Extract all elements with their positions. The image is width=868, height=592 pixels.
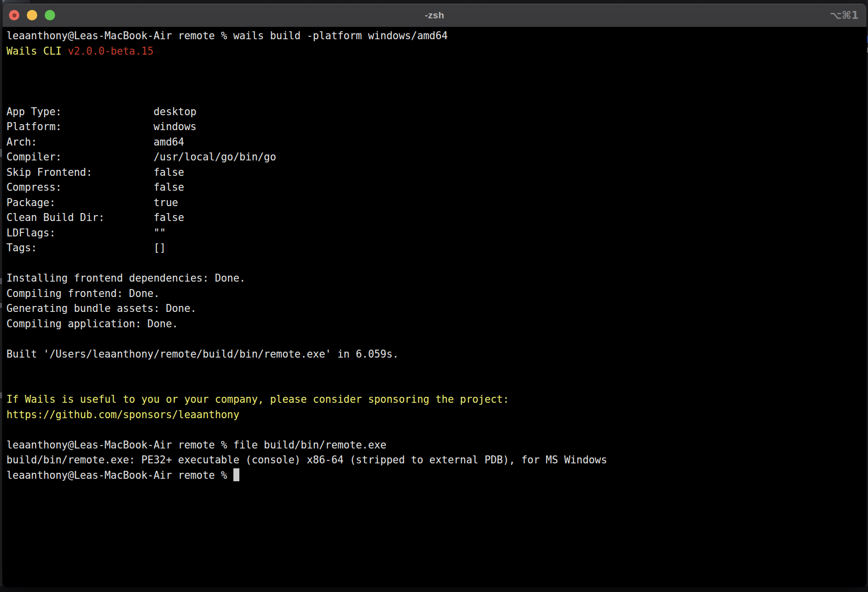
terminal-line: Arch: amd64 — [6, 135, 867, 150]
terminal-line — [6, 331, 867, 347]
terminal-line: Tags: [] — [6, 240, 867, 256]
terminal-line — [6, 422, 867, 438]
background-artifact — [0, 303, 2, 308]
terminal-text-segment: v2.0.0-beta.15 — [68, 45, 153, 57]
terminal-line — [6, 89, 867, 104]
terminal-line: build/bin/remote.exe: PE32+ executable (… — [6, 452, 867, 468]
terminal-text-segment: Tags: [] — [6, 242, 166, 254]
terminal-line: leaanthony@Leas-MacBook-Air remote % fil… — [6, 438, 867, 453]
terminal-text-segment: Arch: amd64 — [6, 136, 184, 148]
terminal-text-segment: Compiler: /usr/local/go/bin/go — [6, 151, 276, 163]
terminal-text-segment: Compiling application: Done. — [6, 318, 178, 330]
terminal-text-segment: Platform: windows — [6, 121, 197, 133]
terminal-line: If Wails is useful to you or your compan… — [6, 392, 867, 407]
terminal-text-segment: If Wails is useful to you or your compan… — [6, 393, 509, 405]
background-artifact — [0, 149, 2, 157]
terminal-line: App Type: desktop — [6, 104, 867, 120]
terminal-line: Wails CLI v2.0.0-beta.15 — [6, 44, 867, 59]
terminal-text-segment: leaanthony@Leas-MacBook-Air remote % fil… — [6, 439, 386, 451]
terminal-line: Compress: false — [6, 180, 867, 195]
terminal-text-segment: LDFlags: "" — [6, 227, 166, 239]
terminal-line: leaanthony@Leas-MacBook-Air remote % — [6, 468, 867, 483]
terminal-text-segment: Clean Build Dir: false — [6, 212, 184, 223]
terminal-line: Built '/Users/leaanthony/remote/build/bi… — [6, 347, 867, 362]
terminal-line: Generating bundle assets: Done. — [6, 301, 867, 316]
terminal-text-segment: Built '/Users/leaanthony/remote/build/bi… — [6, 348, 399, 360]
terminal-text-segment: Skip Frontend: false — [6, 166, 184, 178]
background-artifact — [0, 392, 2, 398]
terminal-line: Compiler: /usr/local/go/bin/go — [6, 149, 867, 165]
terminal-line — [6, 377, 867, 392]
terminal-line: LDFlags: "" — [6, 225, 867, 241]
terminal-line: Package: true — [6, 195, 867, 211]
terminal-line: Compiling frontend: Done. — [6, 286, 867, 301]
terminal-text-segment: leaanthony@Leas-MacBook-Air remote % wai… — [6, 30, 448, 42]
background-artifact — [0, 278, 2, 284]
terminal-text-segment: https://github.com/sponsors/leaanthony — [6, 409, 239, 421]
terminal-text-segment: Compress: false — [6, 181, 184, 193]
terminal-text-segment: Installing frontend dependencies: Done. — [6, 272, 245, 284]
terminal-line: Installing frontend dependencies: Done. — [6, 271, 867, 286]
window-shortcut-badge: ⌥⌘1 — [830, 3, 859, 27]
terminal-line — [6, 256, 867, 271]
terminal-text-segment: Generating bundle assets: Done. — [6, 302, 197, 314]
terminal-cursor — [233, 468, 239, 481]
terminal-text-segment: Wails CLI — [6, 45, 68, 57]
terminal-line: Compiling application: Done. — [6, 316, 867, 332]
terminal-line: Clean Build Dir: false — [6, 210, 867, 225]
terminal-line: leaanthony@Leas-MacBook-Air remote % wai… — [6, 28, 867, 44]
terminal-line — [6, 74, 867, 89]
terminal-line: https://github.com/sponsors/leaanthony — [6, 407, 867, 423]
terminal-window: -zsh ⌥⌘1 leaanthony@Leas-MacBook-Air rem… — [2, 3, 867, 587]
terminal-text-segment: App Type: desktop — [6, 106, 197, 118]
terminal-text-segment: Package: true — [6, 197, 178, 209]
terminal-text-segment: build/bin/remote.exe: PE32+ executable (… — [6, 454, 607, 466]
terminal-text-segment: Compiling frontend: Done. — [6, 288, 160, 299]
terminal-line — [6, 59, 867, 74]
window-title: -zsh — [2, 3, 867, 27]
terminal-output[interactable]: leaanthony@Leas-MacBook-Air remote % wai… — [2, 27, 867, 587]
terminal-line: Skip Frontend: false — [6, 165, 867, 180]
terminal-line: Platform: windows — [6, 119, 867, 135]
titlebar[interactable]: -zsh ⌥⌘1 — [2, 3, 867, 27]
terminal-line — [6, 362, 867, 377]
terminal-text-segment: leaanthony@Leas-MacBook-Air remote % — [6, 469, 233, 481]
